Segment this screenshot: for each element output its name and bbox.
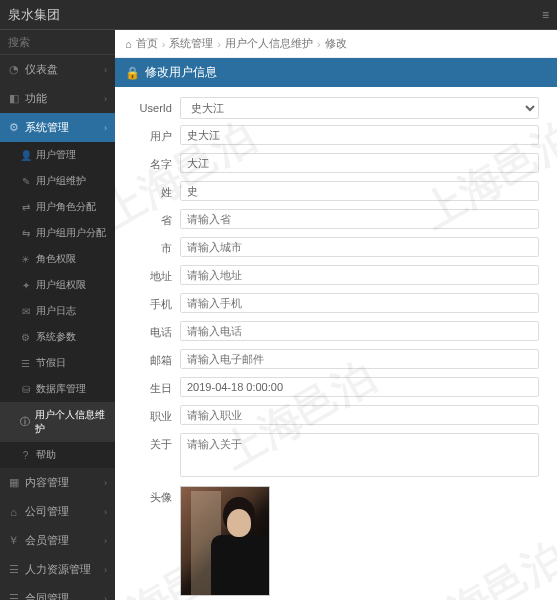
nav-icon: ☰: [8, 563, 19, 576]
label-phone: 电话: [125, 321, 180, 343]
label-birthday: 生日: [125, 377, 180, 399]
nav-icon: ￥: [8, 533, 19, 548]
sidebar-subitem-节假日[interactable]: ☰节假日: [0, 350, 115, 376]
avatar[interactable]: [180, 486, 270, 596]
sidebar-item-内容管理[interactable]: ▦内容管理›: [0, 468, 115, 497]
crumb-b[interactable]: 用户个人信息维护: [225, 36, 313, 51]
chevron-icon: ›: [104, 478, 107, 488]
crumb-c: 修改: [325, 36, 347, 51]
sidebar-subitem-用户组用户分配[interactable]: ⇆用户组用户分配: [0, 220, 115, 246]
nav-icon: ⚙: [20, 332, 31, 343]
input-city[interactable]: [180, 237, 539, 257]
sidebar-item-公司管理[interactable]: ⌂公司管理›: [0, 497, 115, 526]
chevron-icon: ›: [104, 536, 107, 546]
label-username: 用户: [125, 125, 180, 147]
input-surname[interactable]: [180, 181, 539, 201]
sidebar-item-仪表盘[interactable]: ◔仪表盘›: [0, 55, 115, 84]
input-phone[interactable]: [180, 321, 539, 341]
sidebar-item-系统管理[interactable]: ⚙系统管理›: [0, 113, 115, 142]
sidebar-subitem-用户管理[interactable]: 👤用户管理: [0, 142, 115, 168]
sidebar-item-会员管理[interactable]: ￥会员管理›: [0, 526, 115, 555]
nav-icon: ☰: [8, 592, 19, 600]
label-userid: UserId: [125, 97, 180, 119]
nav-icon: ?: [20, 450, 31, 461]
label-city: 市: [125, 237, 180, 259]
chevron-icon: ›: [104, 65, 107, 75]
nav-icon: ⚙: [8, 121, 19, 134]
sidebar-subitem-用户日志[interactable]: ✉用户日志: [0, 298, 115, 324]
input-name[interactable]: [180, 153, 539, 173]
nav-icon: ✉: [20, 306, 31, 317]
input-province[interactable]: [180, 209, 539, 229]
panel-title: 🔒 修改用户信息: [115, 58, 557, 87]
label-email: 邮箱: [125, 349, 180, 371]
chevron-icon: ›: [104, 565, 107, 575]
nav-icon: ◔: [8, 63, 19, 76]
sidebar-subitem-用户组权限[interactable]: ✦用户组权限: [0, 272, 115, 298]
sidebar-item-功能[interactable]: ◧功能›: [0, 84, 115, 113]
sidebar-subitem-用户组维护[interactable]: ✎用户组维护: [0, 168, 115, 194]
nav-icon: ✎: [20, 176, 31, 187]
sidebar: ◔仪表盘›◧功能›⚙系统管理›👤用户管理✎用户组维护⇄用户角色分配⇆用户组用户分…: [0, 30, 115, 600]
nav-icon: ⇆: [20, 228, 31, 239]
nav-icon: ⌂: [8, 506, 19, 518]
chevron-icon: ›: [104, 123, 107, 133]
label-province: 省: [125, 209, 180, 231]
nav-icon: ⓘ: [20, 415, 30, 429]
sidebar-subitem-帮助[interactable]: ?帮助: [0, 442, 115, 468]
sidebar-subitem-系统参数[interactable]: ⚙系统参数: [0, 324, 115, 350]
breadcrumb: ⌂ 首页 › 系统管理 › 用户个人信息维护 › 修改: [115, 30, 557, 58]
input-userid[interactable]: 史大江: [180, 97, 539, 119]
sidebar-subitem-角色权限[interactable]: ☀角色权限: [0, 246, 115, 272]
crumb-home[interactable]: 首页: [136, 36, 158, 51]
input-birthday[interactable]: [180, 377, 539, 397]
label-about: 关于: [125, 433, 180, 455]
nav-icon: ⛁: [20, 384, 31, 395]
crumb-a[interactable]: 系统管理: [169, 36, 213, 51]
label-address: 地址: [125, 265, 180, 287]
sidebar-subitem-用户角色分配[interactable]: ⇄用户角色分配: [0, 194, 115, 220]
lock-icon: 🔒: [125, 66, 140, 80]
label-mobile: 手机: [125, 293, 180, 315]
home-icon: ⌂: [125, 38, 132, 50]
sidebar-subitem-用户个人信息维护[interactable]: ⓘ用户个人信息维护: [0, 402, 115, 442]
input-mobile[interactable]: [180, 293, 539, 313]
nav-icon: ☀: [20, 254, 31, 265]
nav-icon: ☰: [20, 358, 31, 369]
menu-toggle-icon[interactable]: ≡: [542, 8, 549, 22]
sidebar-item-合同管理[interactable]: ☰合同管理›: [0, 584, 115, 600]
chevron-icon: ›: [104, 507, 107, 517]
label-job: 职业: [125, 405, 180, 427]
chevron-icon: ›: [104, 94, 107, 104]
label-name: 名字: [125, 153, 180, 175]
sidebar-item-人力资源管理[interactable]: ☰人力资源管理›: [0, 555, 115, 584]
input-username[interactable]: [180, 125, 539, 145]
label-avatar: 头像: [125, 486, 180, 508]
input-job[interactable]: [180, 405, 539, 425]
input-about[interactable]: [180, 433, 539, 477]
brand: 泉水集团: [8, 6, 60, 24]
chevron-icon: ›: [104, 594, 107, 601]
nav-icon: ◧: [8, 92, 19, 105]
label-surname: 姓: [125, 181, 180, 203]
nav-icon: ⇄: [20, 202, 31, 213]
input-email[interactable]: [180, 349, 539, 369]
nav-icon: 👤: [20, 150, 31, 161]
input-address[interactable]: [180, 265, 539, 285]
nav-icon: ▦: [8, 476, 19, 489]
nav-icon: ✦: [20, 280, 31, 291]
search-input[interactable]: [8, 36, 107, 48]
sidebar-subitem-数据库管理[interactable]: ⛁数据库管理: [0, 376, 115, 402]
